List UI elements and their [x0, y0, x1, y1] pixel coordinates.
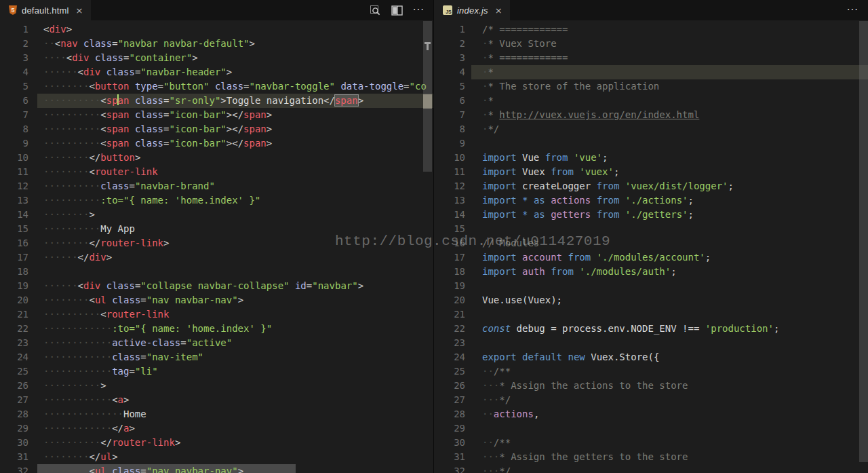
code-text: ··<nav class="navbar navbar-default">	[28, 37, 255, 51]
code-line[interactable]: 21··········<router-link	[0, 307, 434, 322]
line-number: 6	[0, 94, 28, 108]
code-line[interactable]: 25··/**	[434, 364, 868, 379]
code-line[interactable]: 19······<div class="collapse navbar-coll…	[0, 279, 434, 293]
code-line[interactable]: 12··········class="navbar-brand"	[0, 179, 434, 193]
code-line[interactable]: 28··············Home	[0, 407, 434, 421]
line-number: 2	[434, 37, 465, 51]
code-line[interactable]: 2·* Vuex Store	[434, 37, 868, 51]
line-number: 4	[0, 65, 28, 79]
code-editor-index-js[interactable]: 1/* ============2·* Vuex Store3·* ======…	[434, 20, 868, 473]
code-line[interactable]: 25············tag="li"	[0, 364, 434, 379]
line-number: 5	[0, 79, 28, 94]
close-tab-icon[interactable]: ×	[76, 5, 83, 16]
tab-index-js[interactable]: JS index.js ×	[434, 0, 510, 20]
scrollbar-right-pane[interactable]	[859, 21, 868, 462]
code-line[interactable]: 10········</button>	[0, 151, 434, 165]
code-line[interactable]: 21	[434, 307, 868, 322]
split-editor-icon[interactable]	[391, 4, 403, 16]
code-line[interactable]: 10import Vue from 'vue';	[434, 151, 868, 165]
code-line[interactable]: 30··/**	[434, 436, 868, 450]
line-number: 16	[0, 236, 28, 250]
code-line-current[interactable]: 4·*	[434, 65, 868, 79]
tab-default-html[interactable]: 5 default.html ×	[0, 0, 91, 20]
close-tab-icon[interactable]: ×	[495, 5, 502, 16]
line-number: 12	[0, 179, 28, 193]
code-line[interactable]: 27···*/	[434, 393, 868, 407]
code-line[interactable]: 26··········>	[0, 379, 434, 393]
code-line[interactable]: 5········<button type="button" class="na…	[0, 79, 434, 94]
code-line[interactable]: 23············active-class="active"	[0, 336, 434, 350]
code-line[interactable]: 9··········<span class="icon-bar"></span…	[0, 136, 434, 151]
code-line[interactable]: 4······<div class="navbar-header">	[0, 65, 434, 79]
code-text: import * as actions from './actions';	[465, 193, 694, 208]
code-editor-default-html[interactable]: 1<div>2··<nav class="navbar navbar-defau…	[0, 20, 434, 473]
code-line[interactable]: 15	[434, 222, 868, 236]
code-line[interactable]: 16········</router-link>	[0, 236, 434, 250]
more-actions-icon[interactable]: ···	[847, 7, 859, 14]
code-text: // Modules	[465, 236, 539, 250]
find-icon[interactable]	[370, 4, 382, 16]
code-line[interactable]: 18	[0, 265, 434, 279]
editor-actions-left: ···	[370, 0, 434, 20]
code-line[interactable]: 9	[434, 136, 868, 151]
code-line[interactable]: 27············<a>	[0, 393, 434, 407]
code-line[interactable]: 29············</a>	[0, 421, 434, 436]
code-line[interactable]: 28··actions,	[434, 407, 868, 421]
code-line[interactable]: 32···*/	[434, 464, 868, 473]
code-line[interactable]: 7··········<span class="icon-bar"></span…	[0, 108, 434, 122]
code-line[interactable]: 31········</ul>	[0, 450, 434, 464]
code-line[interactable]: 30··········</router-link>	[0, 436, 434, 450]
code-line[interactable]: 22const debug = process.env.NODE_ENV !==…	[434, 322, 868, 336]
line-number: 11	[0, 165, 28, 179]
code-line[interactable]: 23	[434, 336, 868, 350]
line-number: 22	[0, 322, 28, 336]
code-line[interactable]: 31···* Assign the getters to the store	[434, 450, 868, 464]
code-line[interactable]: 17······</div>	[0, 250, 434, 265]
code-line[interactable]: 7·* http://vuex.vuejs.org/en/index.html	[434, 108, 868, 122]
code-line[interactable]: 1/* ============	[434, 22, 868, 37]
code-line[interactable]: 24export default new Vuex.Store({	[434, 350, 868, 364]
code-line[interactable]: 12import createLogger from 'vuex/dist/lo…	[434, 179, 868, 193]
code-line[interactable]: 2··<nav class="navbar navbar-default">	[0, 37, 434, 51]
code-line[interactable]: 3·* ============	[434, 51, 868, 65]
code-line[interactable]: 22············:to="{ name: 'home.index' …	[0, 322, 434, 336]
code-line[interactable]: 8··········<span class="icon-bar"></span…	[0, 122, 434, 136]
code-line[interactable]: 20········<ul class="nav navbar-nav">	[0, 293, 434, 307]
code-line[interactable]: 16// Modules	[434, 236, 868, 250]
code-line[interactable]: 6·*	[434, 94, 868, 108]
code-line[interactable]: 20Vue.use(Vuex);	[434, 293, 868, 307]
scrollbar-left-pane[interactable]	[423, 21, 432, 172]
more-actions-icon[interactable]: ···	[413, 7, 425, 14]
line-number: 3	[0, 51, 28, 65]
code-line[interactable]: 26···* Assign the actions to the store	[434, 379, 868, 393]
line-number: 9	[434, 136, 465, 151]
code-line-selected[interactable]: 32········<ul class="nav navbar-nav">	[0, 464, 434, 473]
code-text: ···*/	[465, 464, 511, 473]
code-line[interactable]: 14········>	[0, 208, 434, 222]
code-line[interactable]: 13import * as actions from './actions';	[434, 193, 868, 208]
code-text: ····<div class="container">	[28, 51, 198, 65]
code-text: ········<ul class="nav navbar-nav">	[28, 293, 243, 307]
code-line[interactable]: 17import account from './modules/account…	[434, 250, 868, 265]
code-line[interactable]: 13··········:to="{ name: 'home.index' }"	[0, 193, 434, 208]
code-line[interactable]: 18import auth from './modules/auth';	[434, 265, 868, 279]
code-line-current[interactable]: 6··········<span class="sr-only">Toggle …	[0, 94, 434, 108]
code-line[interactable]: 3····<div class="container">	[0, 51, 434, 65]
code-line[interactable]: 5·* The store of the application	[434, 79, 868, 94]
code-line[interactable]: 29	[434, 421, 868, 436]
code-text: import createLogger from 'vuex/dist/logg…	[465, 179, 734, 193]
code-line[interactable]: 24············class="nav-item"	[0, 350, 434, 364]
code-line[interactable]: 8·*/	[434, 122, 868, 136]
code-line[interactable]: 14import * as getters from './getters';	[434, 208, 868, 222]
code-text: ·* http://vuex.vuejs.org/en/index.html	[465, 108, 699, 122]
code-text	[465, 421, 482, 436]
line-number: 23	[434, 336, 465, 350]
code-line[interactable]: 11········<router-link	[0, 165, 434, 179]
code-line[interactable]: 15··········My App	[0, 222, 434, 236]
code-text: ·* ============	[465, 51, 568, 65]
code-line[interactable]: 19	[434, 279, 868, 293]
code-text: import account from './modules/account';	[465, 250, 711, 265]
code-line[interactable]: 11import Vuex from 'vuex';	[434, 165, 868, 179]
line-number: 20	[434, 293, 465, 307]
code-line[interactable]: 1<div>	[0, 22, 434, 37]
